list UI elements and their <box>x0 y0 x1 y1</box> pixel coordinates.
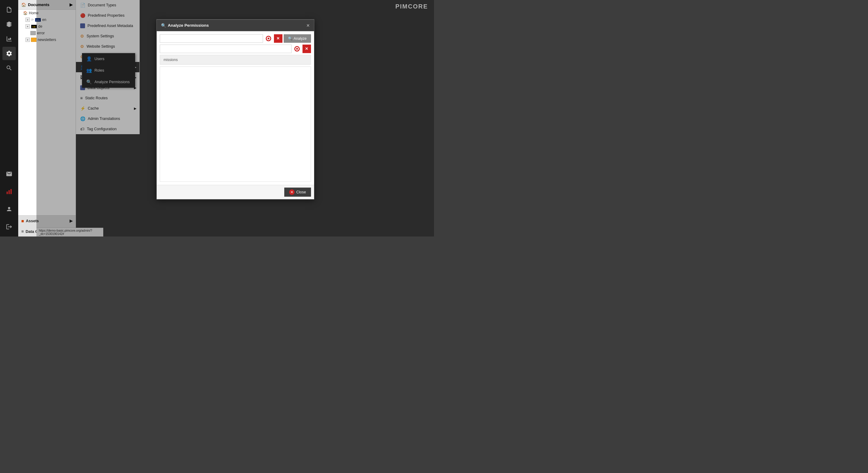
sidebar-documents-icon[interactable] <box>2 3 16 17</box>
assets-panel-icon: ■ <box>21 218 24 223</box>
home-icon: 🏠 <box>21 2 26 7</box>
sidebar-settings-icon[interactable] <box>2 47 16 60</box>
sidebar-logout-icon[interactable] <box>2 220 16 233</box>
close-x-icon: ✕ <box>289 189 294 195</box>
analyze-button[interactable]: 🔍 Analyze <box>284 34 311 42</box>
dialog-search-icon: 🔍 <box>161 23 166 28</box>
target-btn-2[interactable] <box>293 44 301 53</box>
dialog-close-button[interactable]: × <box>306 23 310 28</box>
input-field-2[interactable] <box>160 44 291 53</box>
dialog-title-area: 🔍 Analyze Permissions <box>161 23 209 28</box>
analyze-btn-search-icon: 🔍 <box>288 36 292 40</box>
expand2-en-icon: ⟳ <box>31 18 34 22</box>
dialog-overlay: 🔍 Analyze Permissions × ✕ 🔍 <box>36 0 434 236</box>
home-small-icon: 🏠 <box>23 11 28 15</box>
input-field-1[interactable] <box>160 34 263 42</box>
expand-de-btn[interactable]: + <box>26 24 30 29</box>
permissions-label: missions <box>164 57 178 62</box>
analyze-permissions-dialog: 🔍 Analyze Permissions × ✕ 🔍 <box>156 19 314 199</box>
expand-newsletters-btn[interactable]: + <box>26 38 30 42</box>
dialog-title: Analyze Permissions <box>168 23 209 28</box>
sidebar-mail-icon[interactable] <box>2 167 16 181</box>
svg-rect-1 <box>8 190 10 194</box>
sidebar-analytics-icon[interactable] <box>2 32 16 45</box>
sidebar-search-icon[interactable] <box>2 61 16 75</box>
input-row-1: ✕ 🔍 Analyze <box>160 34 311 42</box>
target-btn-1[interactable] <box>264 34 273 42</box>
folder-gray-icon <box>30 31 36 35</box>
folder-yellow-icon <box>31 38 36 42</box>
input-row-2: ✕ <box>160 44 311 53</box>
dialog-footer: ✕ Close <box>157 185 314 199</box>
data-objects-panel-icon: ≡ <box>21 229 24 234</box>
sidebar-user-icon[interactable] <box>2 202 16 216</box>
clear-btn-2[interactable]: ✕ <box>303 44 311 53</box>
svg-rect-0 <box>7 192 8 194</box>
dialog-header: 🔍 Analyze Permissions × <box>157 20 314 31</box>
sidebar-analytics2-icon[interactable] <box>2 185 16 198</box>
left-sidebar <box>0 0 18 236</box>
dialog-footer-close-button[interactable]: ✕ Close <box>284 187 311 196</box>
flag-de-icon: DE <box>31 25 37 29</box>
expand-en-btn[interactable]: + <box>26 18 30 22</box>
permissions-content-area <box>160 66 311 182</box>
clear-x-icon-2: ✕ <box>305 46 308 51</box>
dialog-body: ✕ 🔍 Analyze ✕ <box>157 31 314 185</box>
close-btn-label: Close <box>297 190 306 194</box>
svg-rect-2 <box>11 189 12 194</box>
analyze-btn-label: Analyze <box>294 36 307 40</box>
main-area: PIMCORE 🏠 Documents ▶ 🏠 Home + ⟳ EN en +… <box>18 0 434 236</box>
target-circle-icon-2 <box>294 46 300 51</box>
clear-x-icon-1: ✕ <box>276 36 280 41</box>
target-circle-icon-1 <box>266 35 271 41</box>
sidebar-assets-icon[interactable] <box>2 18 16 31</box>
permissions-section-header: missions <box>160 55 311 64</box>
clear-btn-1[interactable]: ✕ <box>274 34 282 42</box>
